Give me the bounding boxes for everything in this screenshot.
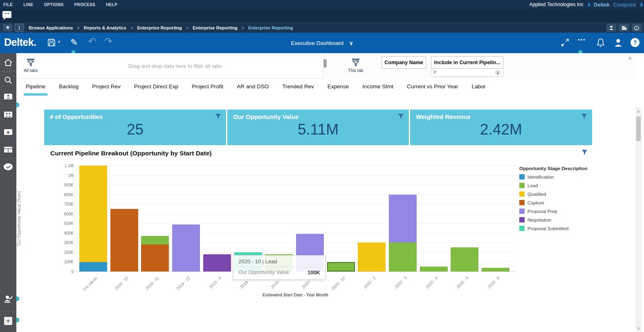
- tab-ar-and-dso[interactable]: AR and DSO: [235, 79, 271, 97]
- menu-item-process[interactable]: PROCESS: [74, 2, 95, 7]
- filter-chip-value-row[interactable]: Y 1: [431, 69, 503, 76]
- expand-icon[interactable]: [561, 38, 569, 47]
- breadcrumb-separator: >: [130, 25, 133, 30]
- tab-labor[interactable]: Labor: [469, 79, 488, 97]
- all-tabs-filter[interactable]: All tabs: [24, 58, 38, 73]
- legend-label: Capture: [527, 200, 544, 205]
- y-tick-label: 100K: [49, 260, 74, 264]
- tab-current-vs-prior-year[interactable]: Current vs Prior Year: [405, 79, 460, 97]
- legend-swatch: [519, 226, 525, 231]
- logout-power-icon[interactable]: [632, 24, 642, 31]
- legend-swatch: [519, 209, 525, 214]
- legend-swatch: [519, 217, 525, 222]
- legend-item-qualified[interactable]: Qualified: [519, 191, 601, 197]
- chart-filter-funnel-icon[interactable]: [581, 150, 588, 155]
- kpi-value: 2.42M: [410, 121, 592, 138]
- legend-item-proposal-prep[interactable]: Proposal Prep: [519, 209, 601, 214]
- this-tab-filter[interactable]: This tab: [348, 58, 363, 73]
- x-tick-label: 2019 - 4: [195, 276, 222, 302]
- kpi-card-weighted-revenue[interactable]: Weighted Revenue 2.42M: [410, 110, 592, 145]
- legend-item-identification[interactable]: Identification: [519, 174, 601, 179]
- user-profile-icon[interactable]: [614, 38, 623, 47]
- add-plus-button[interactable]: +: [4, 317, 12, 325]
- dashboard-selector[interactable]: Executive Dashboard ∨: [0, 33, 644, 53]
- legend-item-lead[interactable]: Lead: [519, 183, 601, 188]
- y-tick-label: 500K: [49, 221, 74, 226]
- menu-item-options[interactable]: OPTIONS: [44, 2, 64, 7]
- tab-income-stmt[interactable]: Income Stmt: [360, 79, 395, 97]
- filter-count-badge: 1: [495, 70, 501, 75]
- applications-folder-icon[interactable]: [0, 146, 16, 153]
- pane-drag-handle-icon[interactable]: [324, 59, 326, 67]
- filter-funnel-icon[interactable]: [398, 114, 404, 119]
- filter-chip-company-name[interactable]: Company Name: [381, 56, 426, 69]
- y-tick-label: 600K: [49, 212, 74, 216]
- chevron-right-icon: [639, 2, 643, 7]
- vertical-scrollbar[interactable]: ∧ ∨: [635, 108, 642, 332]
- user-icon[interactable]: [606, 24, 616, 31]
- tab-project-rev[interactable]: Project Rev: [90, 79, 123, 97]
- chat-bubble-icon[interactable]: •••: [2, 11, 11, 18]
- menu-item-help[interactable]: HELP: [106, 2, 117, 7]
- more-options-icon[interactable]: •••: [578, 37, 586, 43]
- favorites-folder-icon[interactable]: ★: [0, 129, 16, 135]
- legend-item-proposal-submitted[interactable]: Proposal Submitted: [519, 226, 601, 231]
- y-axis-label: Our Opportunity Value (Sum): [16, 166, 22, 271]
- employee-folder-icon[interactable]: [0, 93, 16, 100]
- brand-costpoint: Costpoint: [613, 2, 636, 8]
- recent-clock-icon[interactable]: [0, 163, 16, 171]
- filter-drop-zone[interactable]: Drag and drop data here to filter all ta…: [65, 53, 286, 79]
- kpi-card-opportunities[interactable]: # of Opportunities 25: [44, 110, 226, 145]
- tab-expense[interactable]: Expense: [325, 79, 351, 97]
- window-count-badge[interactable]: 1: [15, 24, 24, 31]
- kpi-title: # of Opportunities: [50, 113, 103, 120]
- all-tabs-filter-pane: All tabs Drag and drop data here to filt…: [16, 53, 323, 79]
- menu-item-line[interactable]: LINE: [23, 2, 33, 7]
- user-check-icon[interactable]: [0, 294, 16, 303]
- breadcrumb-item[interactable]: Enterprise Reporting: [137, 25, 182, 30]
- y-tick-label: 300K: [49, 240, 74, 245]
- breadcrumb-separator: >: [186, 25, 188, 30]
- this-tab-label: This tab: [348, 68, 363, 73]
- chart-legend: Opportunity Stage Description Identifica…: [519, 166, 601, 234]
- legend-label: Proposal Submitted: [527, 226, 568, 231]
- tab-backlog[interactable]: Backlog: [57, 79, 81, 97]
- breadcrumb-item[interactable]: Browse Applications: [29, 25, 73, 30]
- this-tab-filter-pane: This tab Company Name Include in Current…: [323, 53, 635, 79]
- y-tick-label: 0: [49, 269, 74, 274]
- x-tick-label: (no value): [72, 276, 98, 302]
- organization-icon[interactable]: [619, 24, 629, 31]
- scroll-up-icon[interactable]: ∧: [635, 109, 642, 114]
- chevron-down-icon: ∨: [349, 40, 353, 46]
- tab-trended-rev[interactable]: Trended Rev: [280, 79, 316, 97]
- left-sidebar: ★ +: [0, 53, 16, 332]
- top-right-brand: Applied Technologies Inc Deltek Costpoin…: [530, 0, 643, 9]
- tab-project-direct-exp[interactable]: Project Direct Exp: [132, 79, 180, 97]
- breadcrumb-item[interactable]: Reports & Analytics: [84, 25, 126, 30]
- legend-item-capture[interactable]: Capture: [519, 200, 601, 205]
- filter-chip-include-pipeline[interactable]: Include in Current Pipelin...: [431, 56, 503, 69]
- tab-pipeline[interactable]: Pipeline: [24, 79, 47, 97]
- filter-funnel-icon[interactable]: [215, 114, 221, 119]
- collapse-panel-icon[interactable]: ∧: [628, 55, 632, 61]
- tooltip-label: Our Opportunity Value:: [238, 269, 307, 276]
- help-icon[interactable]: ?: [630, 38, 640, 47]
- kpi-card-opportunity-value[interactable]: Our Opportunity Value 5.11M: [227, 110, 409, 145]
- home-icon[interactable]: [0, 58, 16, 67]
- people-folder-icon[interactable]: [0, 111, 16, 118]
- notifications-bell-icon[interactable]: [596, 38, 605, 48]
- tooltip-title: 2020 - 10 | Lead: [238, 258, 320, 265]
- favorite-star-icon[interactable]: ★: [3, 24, 12, 31]
- breadcrumb-item[interactable]: Enterprise Reporting: [193, 25, 237, 30]
- scroll-down-icon[interactable]: ∨: [635, 326, 642, 330]
- all-tabs-label: All tabs: [24, 68, 38, 73]
- filter-row: All tabs Drag and drop data here to filt…: [16, 53, 635, 79]
- filter-funnel-icon[interactable]: [581, 114, 587, 119]
- breadcrumb-current: Enterprise Reporting: [248, 25, 293, 30]
- legend-item-negotiation[interactable]: Negotiation: [519, 217, 601, 222]
- drop-zone-placeholder: Drag and drop data here to filter all ta…: [128, 63, 224, 69]
- scrollbar-thumb[interactable]: [636, 117, 641, 141]
- search-icon[interactable]: [0, 76, 16, 85]
- menu-item-file[interactable]: FILE: [3, 2, 13, 7]
- tab-project-profit[interactable]: Project Profit: [190, 79, 225, 97]
